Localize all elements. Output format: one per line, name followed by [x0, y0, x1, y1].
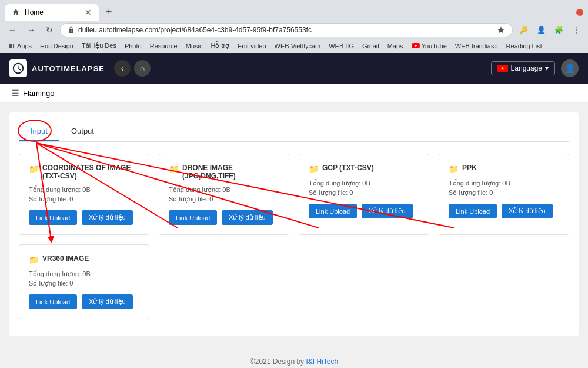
back-button[interactable]: ←: [5, 24, 20, 36]
card-title: 📁 GCP (TXT-CSV): [309, 164, 419, 174]
process-button[interactable]: Xử lý dữ liệu: [362, 204, 413, 218]
empty-cell-1: [159, 244, 289, 319]
bookmark-iig[interactable]: WEB IIG: [325, 41, 358, 51]
extensions-icon[interactable]: 🧩: [552, 23, 566, 37]
home-favicon-icon: [12, 8, 20, 16]
tab-input-label: Input: [31, 127, 48, 135]
browser-status-dot: [576, 9, 583, 16]
card-title-text: VR360 IMAGE: [42, 254, 89, 263]
cards-grid-row2: 📁 VR360 IMAGE Tổng dung lượng: 0B Số lượ…: [19, 244, 569, 319]
chevron-down-icon: ▾: [545, 64, 549, 72]
total-size: Tổng dung lượng: 0B: [29, 186, 139, 194]
card-title: 📁 COORDINATES OF IMAGE (TXT-CSV): [29, 164, 139, 180]
bookmark-reading-list[interactable]: Reading List: [503, 41, 546, 51]
bookmark-label: Edit video: [238, 42, 266, 49]
breadcrumb-text: Flamingo: [23, 89, 54, 98]
file-count: Số lượng file: 0: [169, 195, 279, 203]
card-gcp: 📁 GCP (TXT-CSV) Tổng dung lượng: 0B Số l…: [299, 154, 429, 235]
reload-button[interactable]: ↻: [42, 24, 56, 36]
more-icon[interactable]: ⋮: [569, 23, 583, 37]
card-title-text: PPK: [462, 164, 477, 172]
process-button[interactable]: Xử lý dữ liệu: [222, 210, 273, 225]
file-count: Số lượng file: 0: [29, 195, 139, 203]
bookmark-label: WEB Vietflycam: [275, 42, 321, 49]
bookmark-tai-lieu[interactable]: Tài liệu Des: [78, 41, 120, 51]
card-buttons: Link Upload Xử lý dữ liệu: [309, 204, 419, 218]
top-navigation: AUTOTIMELAPSE ‹ ⌂ Language ▾ 👤: [0, 53, 588, 84]
bookmark-label: WEB IIG: [329, 42, 354, 49]
bookmark-maps[interactable]: Maps: [384, 41, 407, 51]
tab-output-label: Output: [71, 127, 94, 135]
link-upload-button[interactable]: Link Upload: [29, 294, 77, 309]
bookmark-star-icon[interactable]: [497, 26, 505, 34]
file-count: Số lượng file: 0: [309, 189, 419, 197]
profile-icon[interactable]: 👤: [534, 23, 548, 37]
bookmark-label: Gmail: [362, 42, 379, 49]
tab-close-button[interactable]: ✕: [85, 8, 92, 17]
bookmark-photo[interactable]: Photo: [121, 41, 145, 51]
user-avatar[interactable]: 👤: [561, 59, 579, 77]
language-label: Language: [511, 64, 542, 72]
content-area: Input Output: [0, 103, 588, 346]
apps-grid-icon: [8, 42, 15, 49]
bookmark-apps[interactable]: Apps: [5, 41, 35, 51]
tab-bar: Home ✕ +: [0, 0, 588, 21]
link-upload-button[interactable]: Link Upload: [309, 204, 357, 218]
process-button[interactable]: Xử lý dữ liệu: [82, 210, 133, 225]
bookmark-label: WEB tracdiaso: [455, 42, 498, 49]
link-upload-button[interactable]: Link Upload: [29, 210, 77, 225]
bookmark-vietflycam[interactable]: WEB Vietflycam: [271, 41, 325, 51]
tab-output[interactable]: Output: [59, 122, 106, 141]
menu-icon[interactable]: ☰: [12, 88, 19, 98]
cards-grid: 📁 COORDINATES OF IMAGE (TXT-CSV) Tổng du…: [19, 154, 569, 235]
browser-toolbar: 🔑 👤 🧩 ⋮: [516, 23, 583, 37]
bookmark-resource[interactable]: Resource: [146, 41, 181, 51]
bookmark-label: Resource: [150, 42, 178, 49]
card-buttons: Link Upload Xử lý dữ liệu: [29, 210, 139, 225]
logo-icon: [9, 59, 27, 77]
card-title-text: DRONE IMAGE (JPG,DNG,TIFF): [182, 164, 279, 180]
bookmark-youtube-label: YouTube: [422, 42, 447, 49]
logo-text: AUTOTIMELAPSE: [32, 64, 105, 73]
tab-input[interactable]: Input: [19, 122, 59, 141]
address-bar[interactable]: dulieu.autotimelapse.com/project/684a65e…: [60, 23, 513, 37]
youtube-icon: [412, 43, 420, 49]
card-vr360: 📁 VR360 IMAGE Tổng dung lượng: 0B Số lượ…: [19, 244, 149, 319]
bookmark-tracdiaso[interactable]: WEB tracdiaso: [452, 41, 502, 51]
tabs-row: Input Output: [19, 122, 569, 142]
link-upload-button[interactable]: Link Upload: [169, 210, 217, 225]
link-upload-button[interactable]: Link Upload: [449, 204, 497, 218]
process-button[interactable]: Xử lý dữ liệu: [82, 294, 133, 309]
folder-icon: 📁: [29, 164, 39, 174]
bookmark-youtube[interactable]: YouTube: [408, 41, 450, 51]
nav-right: Language ▾ 👤: [491, 59, 579, 77]
bookmark-hotro[interactable]: Hỗ trợ: [207, 41, 233, 51]
language-button[interactable]: Language ▾: [491, 61, 555, 75]
footer-link[interactable]: I&I HiTech: [306, 357, 338, 366]
card-coordinates: 📁 COORDINATES OF IMAGE (TXT-CSV) Tổng du…: [19, 154, 149, 235]
card-title: 📁 VR360 IMAGE: [29, 254, 139, 264]
total-size: Tổng dung lượng: 0B: [449, 180, 559, 187]
bookmark-edit-video[interactable]: Edit video: [234, 41, 269, 51]
browser-tab[interactable]: Home ✕: [5, 4, 99, 21]
bookmark-hoc-design[interactable]: Hoc Design: [36, 41, 77, 51]
card-title-text: COORDINATES OF IMAGE (TXT-CSV): [42, 164, 139, 180]
app-back-button[interactable]: ‹: [114, 60, 131, 77]
app-home-button[interactable]: ⌂: [134, 60, 151, 77]
new-tab-button[interactable]: +: [101, 4, 117, 21]
process-button[interactable]: Xử lý dữ liệu: [502, 204, 553, 218]
empty-cell-2: [299, 244, 429, 319]
bookmark-music[interactable]: Music: [182, 41, 206, 51]
logo-area: AUTOTIMELAPSE: [9, 59, 105, 77]
bookmark-label: Tài liệu Des: [82, 42, 116, 49]
key-icon[interactable]: 🔑: [516, 23, 530, 37]
card-ppk: 📁 PPK Tổng dung lượng: 0B Số lượng file:…: [439, 154, 569, 235]
lock-icon: [68, 26, 75, 34]
bookmark-gmail[interactable]: Gmail: [359, 41, 383, 51]
folder-icon: 📁: [169, 164, 179, 174]
timelapse-logo-icon: [12, 62, 25, 75]
bookmarks-bar: Apps Hoc Design Tài liệu Des Photo Resou…: [0, 39, 588, 53]
card-buttons: Link Upload Xử lý dữ liệu: [29, 294, 139, 309]
forward-button[interactable]: →: [24, 24, 39, 36]
total-size: Tổng dung lượng: 0B: [29, 270, 139, 278]
